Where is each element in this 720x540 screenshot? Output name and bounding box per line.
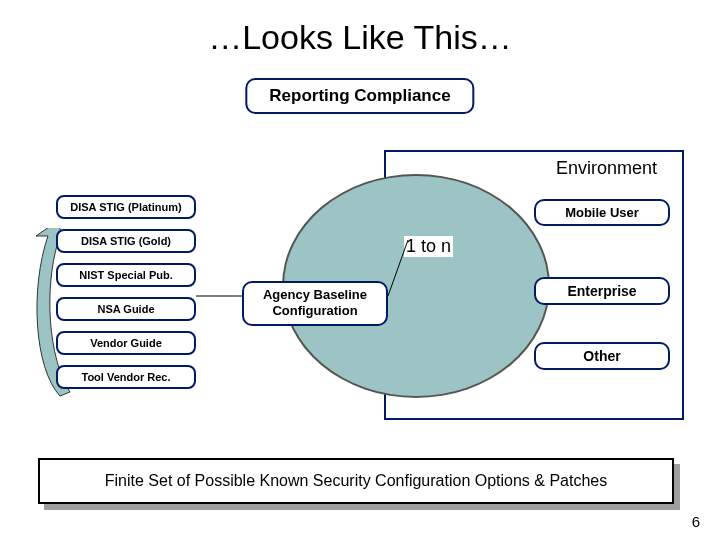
svg-line-1 xyxy=(388,240,408,296)
source-nist: NIST Special Pub. xyxy=(56,263,196,287)
slide-title: …Looks Like This… xyxy=(0,18,720,57)
connector-agency-to-env xyxy=(352,230,408,308)
source-nsa: NSA Guide xyxy=(56,297,196,321)
footer-box: Finite Set of Possible Known Security Co… xyxy=(38,458,674,504)
connector-sources-to-agency xyxy=(196,280,242,312)
source-tool-vendor: Tool Vendor Rec. xyxy=(56,365,196,389)
source-disa-platinum: DISA STIG (Platinum) xyxy=(56,195,196,219)
enterprise-node: Enterprise xyxy=(534,277,670,305)
slide: …Looks Like This… Reporting Compliance E… xyxy=(0,0,720,540)
environment-label: Environment xyxy=(556,158,657,179)
mobile-user-node: Mobile User xyxy=(534,199,670,226)
one-to-n-label: 1 to n xyxy=(404,236,453,257)
source-vendor: Vendor Guide xyxy=(56,331,196,355)
agency-line2: Configuration xyxy=(272,303,357,318)
source-disa-gold: DISA STIG (Gold) xyxy=(56,229,196,253)
page-number: 6 xyxy=(692,513,700,530)
other-node: Other xyxy=(534,342,670,370)
reporting-compliance-pill: Reporting Compliance xyxy=(245,78,474,114)
footer-text: Finite Set of Possible Known Security Co… xyxy=(105,472,607,490)
sources-column: DISA STIG (Platinum) DISA STIG (Gold) NI… xyxy=(56,195,196,399)
